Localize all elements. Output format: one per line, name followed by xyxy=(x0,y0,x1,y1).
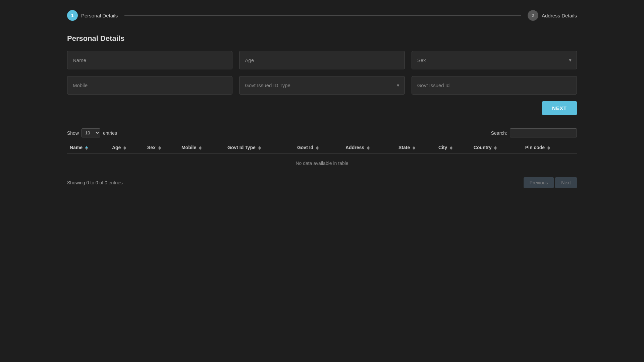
col-city[interactable]: City xyxy=(436,141,471,154)
sort-city-icon xyxy=(450,146,452,150)
previous-button[interactable]: Previous xyxy=(524,177,554,188)
sort-pincode-icon xyxy=(547,146,550,150)
sort-age-icon xyxy=(123,146,126,150)
table-header-row: Name Age Sex xyxy=(67,141,577,154)
col-sex[interactable]: Sex xyxy=(145,141,179,154)
datatable-footer: Showing 0 to 0 of 0 entries Previous Nex… xyxy=(67,177,577,188)
govt-id-input[interactable] xyxy=(412,76,577,95)
show-select[interactable]: 10 25 50 100 xyxy=(82,128,100,137)
sex-select[interactable]: Sex Male Female Other xyxy=(412,51,577,69)
step-1: 1 Personal Details xyxy=(67,10,118,21)
search-input[interactable] xyxy=(510,128,577,137)
next-button[interactable]: NEXT xyxy=(542,101,577,115)
form-row-2: Govt Issued ID Type Passport Driving Lic… xyxy=(67,76,577,95)
show-entries: Show 10 25 50 100 entries xyxy=(67,128,117,137)
col-country[interactable]: Country xyxy=(471,141,523,154)
col-pincode[interactable]: Pin code xyxy=(523,141,577,154)
sort-country-icon xyxy=(494,146,497,150)
mobile-input[interactable] xyxy=(67,76,232,95)
sort-address-icon xyxy=(367,146,370,150)
govt-id-type-field: Govt Issued ID Type Passport Driving Lic… xyxy=(239,76,405,95)
step-2-circle: 2 xyxy=(528,10,538,21)
name-field xyxy=(67,51,232,69)
col-name[interactable]: Name xyxy=(67,141,109,154)
show-label: Show xyxy=(67,130,79,136)
no-data-cell: No data available in table xyxy=(67,154,577,173)
search-area: Search: xyxy=(491,128,577,137)
mobile-field xyxy=(67,76,232,95)
govt-id-field xyxy=(412,76,577,95)
stepper: 1 Personal Details 2 Address Details xyxy=(67,10,577,21)
search-label: Search: xyxy=(491,130,507,136)
age-field xyxy=(239,51,405,69)
form-title: Personal Details xyxy=(67,34,577,43)
no-data-row: No data available in table xyxy=(67,154,577,173)
step-2-label: Address Details xyxy=(542,13,577,18)
form-row-1: Sex Male Female Other ▼ xyxy=(67,51,577,69)
next-btn-row: NEXT xyxy=(67,101,577,115)
step-1-label: Personal Details xyxy=(81,13,118,18)
showing-text: Showing 0 to 0 of 0 entries xyxy=(67,180,123,185)
govt-id-type-select[interactable]: Govt Issued ID Type Passport Driving Lic… xyxy=(239,76,405,95)
datatable-controls: Show 10 25 50 100 entries Search: xyxy=(67,128,577,137)
col-state[interactable]: State xyxy=(396,141,436,154)
next-button-table[interactable]: Next xyxy=(555,177,577,188)
sex-field: Sex Male Female Other ▼ xyxy=(412,51,577,69)
sort-govt-id-icon xyxy=(316,146,319,150)
age-input[interactable] xyxy=(239,51,405,69)
sort-govt-id-type-icon xyxy=(258,146,261,150)
sort-mobile-icon xyxy=(199,146,202,150)
sort-name-icon xyxy=(85,146,88,150)
col-mobile[interactable]: Mobile xyxy=(179,141,225,154)
data-table: Name Age Sex xyxy=(67,141,577,173)
col-address[interactable]: Address xyxy=(343,141,396,154)
col-age[interactable]: Age xyxy=(109,141,145,154)
step-1-circle: 1 xyxy=(67,10,78,21)
sort-sex-icon xyxy=(158,146,161,150)
col-govt-id-type[interactable]: Govt Id Type xyxy=(225,141,294,154)
step-line xyxy=(124,15,521,16)
col-govt-id[interactable]: Govt Id xyxy=(294,141,343,154)
sort-state-icon xyxy=(413,146,415,150)
pagination-buttons: Previous Next xyxy=(524,177,577,188)
entries-label: entries xyxy=(103,130,117,136)
name-input[interactable] xyxy=(67,51,232,69)
step-2: 2 Address Details xyxy=(528,10,577,21)
